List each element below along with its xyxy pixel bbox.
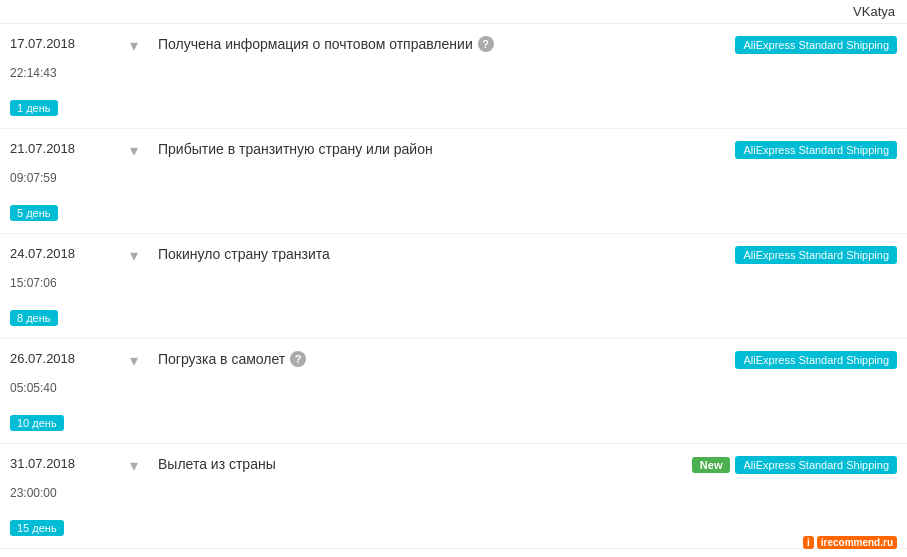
event-text: Получена информация о почтовом отправлен… (158, 36, 473, 52)
date-text: 24.07.2018 (10, 246, 75, 261)
day-badge: 5 день (10, 205, 58, 221)
day-badge: 8 день (10, 310, 58, 326)
question-icon[interactable]: ? (290, 351, 306, 367)
chevron-down-icon: ▾ (130, 458, 138, 474)
arrow-col: ▾ (120, 246, 148, 264)
arrow-col: ▾ (120, 141, 148, 159)
badges-column: NewAliExpress Standard Shipping (677, 456, 897, 474)
day-badge: 1 день (10, 100, 58, 116)
time-text: 23:00:00 (10, 486, 57, 500)
top-bar: VKatya (0, 0, 907, 24)
shipping-badge: AliExpress Standard Shipping (735, 456, 897, 474)
time-text: 15:07:06 (10, 276, 57, 290)
badges-column: AliExpress Standard Shipping (677, 36, 897, 54)
date-text: 21.07.2018 (10, 141, 75, 156)
date-column: 17.07.201822:14:431 день (10, 36, 120, 116)
recommend-logo: i irecommend.ru (803, 536, 897, 549)
date-column: 24.07.201815:07:068 день (10, 246, 120, 326)
event-text: Покинуло страну транзита (158, 246, 330, 262)
timeline-row: 26.07.201805:05:4010 день▾Погрузка в сам… (0, 339, 907, 444)
timeline: 17.07.201822:14:431 день▾Получена информ… (0, 24, 907, 557)
date-text: 31.07.2018 (10, 456, 75, 471)
date-text: 26.07.2018 (10, 351, 75, 366)
shipping-badge: AliExpress Standard Shipping (735, 36, 897, 54)
shipping-badge: AliExpress Standard Shipping (735, 351, 897, 369)
username: VKatya (853, 4, 895, 19)
date-column: 21.07.201809:07:595 день (10, 141, 120, 221)
arrow-col: ▾ (120, 351, 148, 369)
time-text: 09:07:59 (10, 171, 57, 185)
time-text: 05:05:40 (10, 381, 57, 395)
event-column: Получена информация о почтовом отправлен… (148, 36, 677, 52)
event-text: Погрузка в самолет (158, 351, 285, 367)
day-badge: 15 день (10, 520, 64, 536)
day-badge: 10 день (10, 415, 64, 431)
date-column: 31.07.201823:00:0015 день (10, 456, 120, 536)
arrow-col: ▾ (120, 456, 148, 474)
timeline-row: 21.07.201809:07:595 день▾Прибытие в тран… (0, 129, 907, 234)
badges-column: AliExpress Standard Shipping (677, 141, 897, 159)
date-column: 26.07.201805:05:4010 день (10, 351, 120, 431)
event-column: Вылета из страны (148, 456, 677, 472)
event-column: Покинуло страну транзита (148, 246, 677, 262)
shipping-badge: AliExpress Standard Shipping (735, 141, 897, 159)
question-icon[interactable]: ? (478, 36, 494, 52)
event-text: Прибытие в транзитную страну или район (158, 141, 433, 157)
new-badge: New (692, 457, 731, 473)
event-column: Погрузка в самолет? (148, 351, 677, 367)
date-text: 17.07.2018 (10, 36, 75, 51)
shipping-badge: AliExpress Standard Shipping (735, 246, 897, 264)
chevron-down-icon: ▾ (130, 143, 138, 159)
chevron-down-icon: ▾ (130, 248, 138, 264)
timeline-row: 17.07.201822:14:431 день▾Получена информ… (0, 24, 907, 129)
event-text: Вылета из страны (158, 456, 276, 472)
chevron-down-icon: ▾ (130, 353, 138, 369)
timeline-row: 31.07.201823:00:0015 день▾Вылета из стра… (0, 444, 907, 549)
event-column: Прибытие в транзитную страну или район (148, 141, 677, 157)
timeline-row: 12.08.201823:00:0027 день▾Прибыть на сам… (0, 549, 907, 557)
chevron-down-icon: ▾ (130, 38, 138, 54)
time-text: 22:14:43 (10, 66, 57, 80)
badges-column: AliExpress Standard Shipping (677, 246, 897, 264)
badges-column: AliExpress Standard Shipping (677, 351, 897, 369)
arrow-col: ▾ (120, 36, 148, 54)
timeline-row: 24.07.201815:07:068 день▾Покинуло страну… (0, 234, 907, 339)
